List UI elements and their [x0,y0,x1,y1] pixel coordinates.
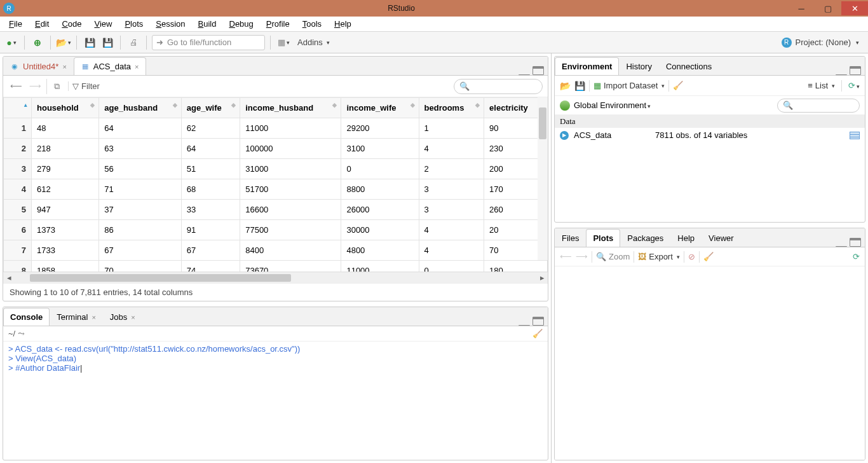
tab-help[interactable]: Help [670,229,702,247]
pane-minimize-button[interactable] [519,66,530,75]
table-row[interactable]: 71733676784004800470 [4,240,548,261]
tab-acs-data[interactable]: ▦ ACS_data × [74,57,146,75]
expand-icon[interactable]: ▶ [560,131,569,140]
remove-plot-button[interactable]: ⊘ [688,252,695,261]
plot-prev-button[interactable]: ⟵ [560,252,572,261]
pane-maximize-button[interactable] [532,317,544,326]
close-icon[interactable]: × [62,63,66,71]
export-button[interactable]: 🖼Export▾ [638,252,680,261]
save-all-button[interactable]: 💾 [100,35,115,50]
save-button[interactable]: 💾 [82,35,97,50]
tab-connections[interactable]: Connections [659,57,719,75]
cell: 51700 [240,179,341,200]
pane-maximize-button[interactable] [850,238,861,247]
menu-file[interactable]: File [4,17,27,31]
new-file-button[interactable]: ●▾ [4,35,19,50]
menu-profile[interactable]: Profile [261,17,295,31]
view-data-icon[interactable] [850,132,860,139]
env-list: Data ▶ ACS_data 7811 obs. of 14 variable… [555,115,865,222]
table-row[interactable]: 6137386917750030000420 [4,220,548,240]
horizontal-scrollbar[interactable]: ◂▸ [3,272,548,283]
table-row[interactable]: 2218636410000031004230 [4,139,548,159]
open-file-button[interactable]: 📂▾ [56,35,71,50]
zoom-button[interactable]: 🔍Zoom [596,252,630,261]
tab-packages[interactable]: Packages [620,229,670,247]
back-button[interactable]: ⟵ [8,79,24,94]
tab-jobs[interactable]: Jobs× [103,308,142,326]
addins-dropdown[interactable]: Addins▾ [294,38,334,47]
minimize-button[interactable]: ─ [788,1,815,15]
menu-build[interactable]: Build [193,17,222,31]
cell: 71 [99,179,182,200]
filter-button[interactable]: ▽Filter [68,81,104,91]
grid-button[interactable]: ▦▾ [276,35,291,50]
tab-untitled4[interactable]: ◉ Untitled4* × [3,57,74,75]
maximize-button[interactable]: ▢ [815,1,841,15]
clear-console-button[interactable]: 🧹 [532,329,543,338]
env-tabs: Environment History Connections [555,57,865,76]
table-row[interactable]: 327956513100002200 [4,159,548,179]
data-search-input[interactable]: 🔍 [454,79,543,94]
print-button[interactable]: 🖨 [126,35,141,50]
menu-code[interactable]: Code [57,17,86,31]
pane-minimize-button[interactable] [836,66,847,75]
cell: 2 [419,159,484,179]
column-header-income_wife[interactable]: income_wife◆ [341,98,419,118]
menu-help[interactable]: Help [329,17,356,31]
env-search-input[interactable]: 🔍 [777,99,860,113]
cell: 37 [99,200,182,220]
table-row[interactable]: 461271685170088003170 [4,179,548,200]
path-browse-icon[interactable]: ⤳ [18,329,25,338]
close-icon[interactable]: × [92,314,95,321]
goto-file-input[interactable]: ➜Go to file/function [152,35,265,50]
row-number-header[interactable]: ▴ [4,98,32,118]
tab-viewer[interactable]: Viewer [702,229,741,247]
column-header-bedrooms[interactable]: bedrooms◆ [419,98,484,118]
close-button[interactable]: ✕ [841,1,868,15]
menu-tools[interactable]: Tools [297,17,327,31]
menu-debug[interactable]: Debug [224,17,259,31]
menu-session[interactable]: Session [151,17,190,31]
new-project-button[interactable]: ⊕ [30,35,45,50]
column-header-household[interactable]: household◆ [32,98,99,118]
save-workspace-button[interactable]: 💾 [574,81,585,91]
tab-history[interactable]: History [619,57,658,75]
menu-plots[interactable]: Plots [119,17,148,31]
table-row[interactable]: 14864621100029200190 [4,118,548,139]
row-number: 4 [4,179,32,200]
menu-view[interactable]: View [89,17,117,31]
plot-next-button[interactable]: ⟶ [576,252,588,261]
pane-maximize-button[interactable] [850,66,861,75]
env-view-mode[interactable]: ≡List▾ [808,81,835,90]
tab-plots[interactable]: Plots [586,229,620,247]
column-header-age_husband[interactable]: age_husband◆ [99,98,182,118]
pane-minimize-button[interactable] [519,317,530,326]
tab-files[interactable]: Files [555,229,586,247]
refresh-env-button[interactable]: ⟳▾ [848,81,860,90]
table-row[interactable]: 81858707473670110000180 [4,261,548,272]
refresh-plots-button[interactable]: ⟳ [853,252,860,261]
cell: 1373 [32,220,99,240]
console-output[interactable]: > ACS_data <- read.csv(url("http://stat5… [3,342,548,460]
popout-button[interactable]: ⧉ [46,79,62,94]
pane-maximize-button[interactable] [532,66,544,75]
tab-terminal[interactable]: Terminal× [50,308,103,326]
env-item-acs-data[interactable]: ▶ ACS_data 7811 obs. of 14 variables [555,128,865,142]
close-icon[interactable]: × [131,314,135,321]
pane-minimize-button[interactable] [836,238,847,247]
import-dataset-button[interactable]: ▦Import Dataset▾ [593,81,665,90]
tab-console[interactable]: Console [3,308,50,326]
clear-plots-button[interactable]: 🧹 [703,252,714,261]
close-icon[interactable]: × [135,63,139,71]
vertical-scrollbar[interactable] [538,97,548,260]
load-workspace-button[interactable]: 📂 [560,81,571,91]
tab-environment[interactable]: Environment [555,57,619,75]
project-selector[interactable]: RProject: (None)▾ [782,38,864,48]
column-header-income_husband[interactable]: income_husband◆ [240,98,341,118]
clear-env-button[interactable]: 🧹 [673,81,683,90]
menu-edit[interactable]: Edit [30,17,54,31]
table-row[interactable]: 5947373316600260003260 [4,200,548,220]
env-scope-selector[interactable]: Global Environment▾ [574,100,651,110]
forward-button[interactable]: ⟶ [27,79,43,94]
column-header-age_wife[interactable]: age_wife◆ [181,98,240,118]
